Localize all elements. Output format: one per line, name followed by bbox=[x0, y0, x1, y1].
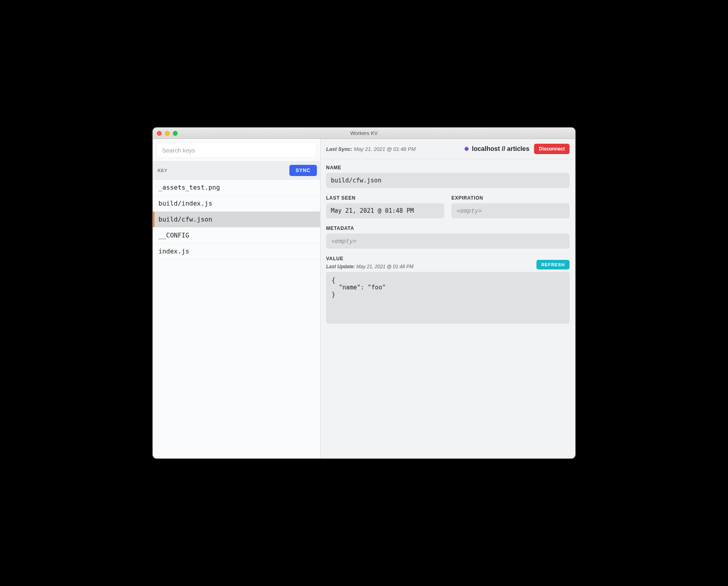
name-value: build/cfw.json bbox=[326, 173, 570, 188]
last-update: Last Update: May 21, 2021 @ 01:48 PM bbox=[326, 264, 413, 269]
value-body: { "name": "foo" } bbox=[326, 272, 570, 324]
section-seen-expiration: LAST SEEN May 21, 2021 @ 01:48 PM EXPIRA… bbox=[326, 195, 570, 218]
main-panel: Last Sync: May 21, 2021 @ 01:48 PM local… bbox=[320, 139, 575, 458]
connection-label: localhost // articles bbox=[465, 145, 529, 152]
titlebar: Workers KV bbox=[153, 128, 575, 139]
sync-button[interactable]: SYNC bbox=[289, 165, 317, 176]
detail-content: NAME build/cfw.json LAST SEEN May 21, 20… bbox=[320, 159, 575, 458]
topbar: Last Sync: May 21, 2021 @ 01:48 PM local… bbox=[320, 139, 575, 159]
app-window: Workers KV KEY SYNC _assets_test.pngbuil… bbox=[152, 127, 576, 459]
key-item[interactable]: build/cfw.json bbox=[153, 212, 320, 228]
value-label: VALUE bbox=[326, 256, 413, 261]
key-item[interactable]: index.js bbox=[153, 244, 320, 259]
sidebar: KEY SYNC _assets_test.pngbuild/index.jsb… bbox=[153, 139, 320, 458]
expiration-value: <empty> bbox=[451, 203, 570, 218]
key-item[interactable]: __CONFIG bbox=[153, 228, 320, 244]
name-label: NAME bbox=[326, 165, 570, 170]
connection-area: localhost // articles Disconnect bbox=[465, 144, 570, 154]
metadata-value: <empty> bbox=[326, 234, 570, 249]
traffic-lights bbox=[157, 131, 178, 136]
key-header-label: KEY bbox=[158, 168, 168, 173]
minimize-icon[interactable] bbox=[165, 131, 170, 136]
zoom-icon[interactable] bbox=[173, 131, 178, 136]
last-update-value: May 21, 2021 @ 01:48 PM bbox=[356, 264, 413, 269]
status-dot-icon bbox=[465, 147, 469, 151]
disconnect-button[interactable]: Disconnect bbox=[534, 144, 570, 154]
section-metadata: METADATA <empty> bbox=[326, 226, 570, 249]
last-sync: Last Sync: May 21, 2021 @ 01:48 PM bbox=[326, 146, 415, 152]
window-title: Workers KV bbox=[153, 130, 575, 136]
close-icon[interactable] bbox=[157, 131, 162, 136]
expiration-label: EXPIRATION bbox=[451, 195, 570, 201]
section-name: NAME build/cfw.json bbox=[326, 165, 570, 188]
key-item[interactable]: _assets_test.png bbox=[153, 180, 320, 196]
section-value: VALUE Last Update: May 21, 2021 @ 01:48 … bbox=[326, 256, 570, 324]
refresh-button[interactable]: REFRESH bbox=[536, 260, 570, 269]
search-input[interactable] bbox=[156, 142, 317, 158]
key-item[interactable]: build/index.js bbox=[153, 196, 320, 212]
window-body: KEY SYNC _assets_test.pngbuild/index.jsb… bbox=[153, 139, 575, 458]
key-list: _assets_test.pngbuild/index.jsbuild/cfw.… bbox=[153, 180, 320, 458]
metadata-label: METADATA bbox=[326, 226, 570, 231]
last-seen-value: May 21, 2021 @ 01:48 PM bbox=[326, 203, 444, 218]
last-sync-label: Last Sync: bbox=[326, 146, 352, 152]
last-sync-value: May 21, 2021 @ 01:48 PM bbox=[354, 146, 415, 152]
key-list-header: KEY SYNC bbox=[153, 161, 320, 180]
last-update-label: Last Update: bbox=[326, 264, 355, 269]
connection-text: localhost // articles bbox=[472, 145, 529, 152]
last-seen-label: LAST SEEN bbox=[326, 195, 444, 201]
